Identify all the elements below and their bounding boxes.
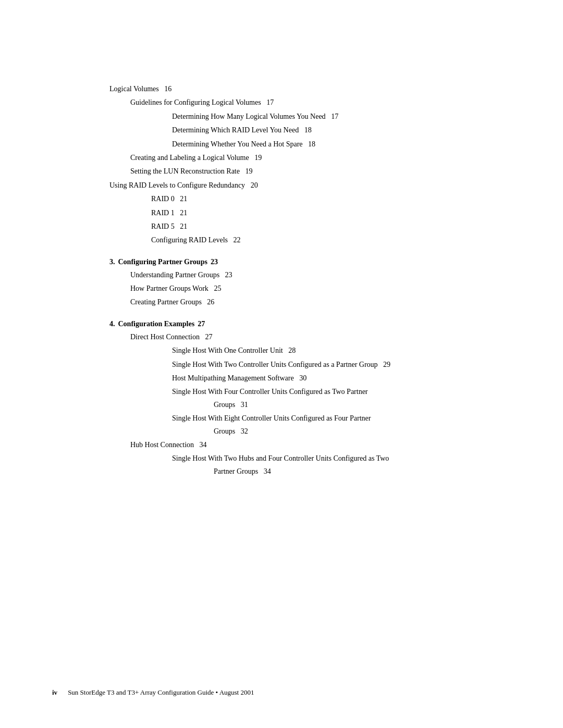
toc-entry-text: Host Multipathing Management Software — [172, 374, 294, 382]
section-4-title: Configuration Examples — [118, 320, 195, 328]
toc-entry-text: Single Host With Two Hubs and Four Contr… — [172, 454, 389, 462]
toc-entry-text: Hub Host Connection — [130, 441, 194, 449]
toc-entry-text: How Partner Groups Work — [130, 285, 209, 292]
toc-entry-text: RAID 5 — [151, 223, 175, 230]
toc-entry-page: 17 — [266, 98, 274, 106]
toc-entry-continuation: Groups — [214, 401, 235, 409]
section-3-heading: 3. Configuring Partner Groups 23 — [109, 258, 511, 266]
toc-entry-page: 29 — [383, 361, 390, 368]
toc-entry-page: 34 — [264, 467, 271, 475]
toc-entry-single-host-two: Single Host With Two Controller Units Co… — [172, 359, 511, 371]
toc-content: Logical Volumes 16 Guidelines for Config… — [109, 83, 511, 477]
toc-entry-page: 21 — [180, 195, 187, 203]
toc-entry-configuring-raid: Configuring RAID Levels 22 — [151, 235, 511, 246]
toc-entry-text: Using RAID Levels to Configure Redundanc… — [109, 181, 245, 189]
toc-entry-creating-labeling: Creating and Labeling a Logical Volume 1… — [130, 152, 511, 164]
toc-entry-page: 34 — [200, 441, 207, 449]
toc-entry-single-host-two-hubs-continued: Partner Groups 34 — [214, 466, 511, 477]
toc-entry-page: 23 — [225, 271, 232, 279]
toc-entry-hub-host: Hub Host Connection 34 — [130, 439, 511, 451]
toc-entry-logical-volumes: Logical Volumes 16 — [109, 83, 511, 95]
section-4-page: 27 — [198, 320, 205, 328]
toc-entry-text: Single Host With Eight Controller Units … — [172, 414, 371, 422]
toc-entry-text: Creating and Labeling a Logical Volume — [130, 154, 249, 162]
toc-entry-how-partner-groups-work: How Partner Groups Work 25 — [130, 283, 511, 294]
toc-entry-text: Logical Volumes — [109, 85, 159, 93]
section-3-page: 23 — [211, 258, 218, 266]
toc-entry-page: 25 — [214, 285, 221, 292]
toc-entry-single-host-one: Single Host With One Controller Unit 28 — [172, 345, 511, 356]
toc-entry-text: Setting the LUN Reconstruction Rate — [130, 167, 240, 175]
toc-entry-single-host-eight-continued: Groups 32 — [214, 426, 511, 437]
toc-entry-determining-whether: Determining Whether You Need a Hot Spare… — [172, 139, 511, 150]
toc-entry-page: 21 — [180, 209, 187, 217]
toc-entry-text: Guidelines for Configuring Logical Volum… — [130, 98, 261, 106]
toc-entry-page: 27 — [205, 333, 212, 341]
toc-entry-setting-lun: Setting the LUN Reconstruction Rate 19 — [130, 166, 511, 177]
toc-entry-text: Single Host With Two Controller Units Co… — [172, 361, 378, 368]
toc-entry-page: 32 — [241, 427, 248, 435]
footer-text: Sun StorEdge T3 and T3+ Array Configurat… — [68, 688, 254, 697]
toc-entry-single-host-two-hubs: Single Host With Two Hubs and Four Contr… — [172, 453, 511, 464]
toc-entry-text: Direct Host Connection — [130, 333, 200, 341]
toc-entry-single-host-four: Single Host With Four Controller Units C… — [172, 386, 511, 398]
toc-entry-page: 18 — [308, 140, 315, 148]
toc-entry-page: 22 — [233, 236, 240, 244]
toc-entry-text: Determining Which RAID Level You Need — [172, 126, 299, 134]
toc-entry-text: Determining Whether You Need a Hot Spare — [172, 140, 303, 148]
toc-entry-raid0: RAID 0 21 — [151, 193, 511, 205]
toc-entry-page: 19 — [245, 167, 252, 175]
section-3-number: 3. — [109, 258, 115, 266]
toc-entry-understanding-partner: Understanding Partner Groups 23 — [130, 269, 511, 281]
toc-entry-raid5: RAID 5 21 — [151, 221, 511, 232]
toc-entry-page: 21 — [180, 223, 187, 230]
toc-entry-text: Configuring RAID Levels — [151, 236, 228, 244]
toc-entry-page: 20 — [251, 181, 258, 189]
toc-entry-page: 26 — [207, 298, 214, 306]
page: Logical Volumes 16 Guidelines for Config… — [0, 0, 563, 728]
toc-entry-single-host-four-continued: Groups 31 — [214, 399, 511, 411]
toc-entry-text: Creating Partner Groups — [130, 298, 202, 306]
toc-entry-raid1: RAID 1 21 — [151, 207, 511, 219]
toc-entry-direct-host: Direct Host Connection 27 — [130, 331, 511, 343]
toc-entry-guidelines: Guidelines for Configuring Logical Volum… — [130, 97, 511, 108]
toc-entry-text: Determining How Many Logical Volumes You… — [172, 113, 326, 120]
toc-entry-text: Single Host With One Controller Unit — [172, 347, 283, 354]
section-3-title: Configuring Partner Groups — [118, 258, 207, 266]
toc-entry-text: RAID 0 — [151, 195, 175, 203]
toc-entry-determining-which: Determining Which RAID Level You Need 18 — [172, 125, 511, 136]
toc-entry-continuation: Groups — [214, 427, 235, 435]
footer-label: iv — [52, 688, 57, 697]
toc-entry-page: 31 — [241, 401, 248, 409]
toc-entry-continuation: Partner Groups — [214, 467, 258, 475]
toc-entry-text: Single Host With Four Controller Units C… — [172, 388, 368, 396]
toc-entry-text: Understanding Partner Groups — [130, 271, 219, 279]
toc-entry-page: 19 — [254, 154, 262, 162]
toc-entry-page: 18 — [304, 126, 312, 134]
toc-entry-determining-how-many: Determining How Many Logical Volumes You… — [172, 111, 511, 122]
toc-entry-page: 28 — [288, 347, 296, 354]
toc-entry-creating-partner-groups: Creating Partner Groups 26 — [130, 297, 511, 308]
toc-entry-page: 30 — [299, 374, 307, 382]
toc-entry-single-host-eight: Single Host With Eight Controller Units … — [172, 413, 511, 424]
section-4-number: 4. — [109, 320, 115, 328]
toc-entry-page: 16 — [164, 85, 172, 93]
page-footer: iv Sun StorEdge T3 and T3+ Array Configu… — [0, 688, 563, 697]
section-4-heading: 4. Configuration Examples 27 — [109, 320, 511, 328]
toc-entry-using-raid: Using RAID Levels to Configure Redundanc… — [109, 180, 511, 191]
toc-entry-text: RAID 1 — [151, 209, 175, 217]
toc-entry-host-multipathing: Host Multipathing Management Software 30 — [172, 373, 511, 384]
toc-entry-page: 17 — [331, 113, 338, 120]
